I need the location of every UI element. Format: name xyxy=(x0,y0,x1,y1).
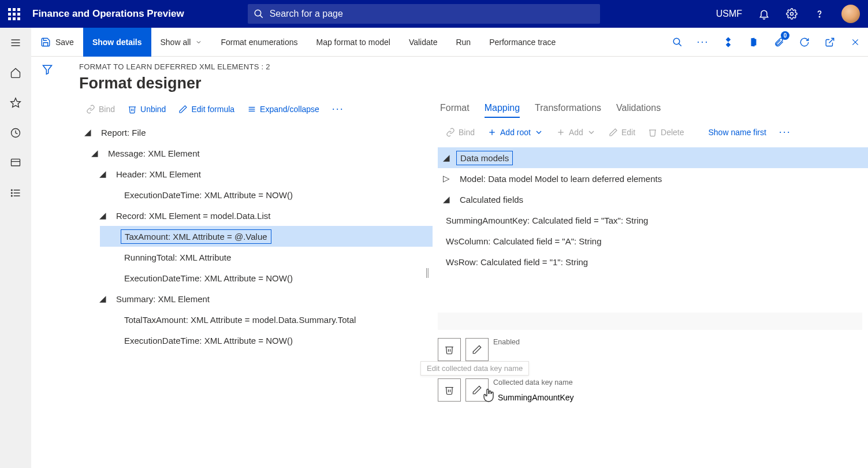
left-toolbar: Bind Unbind Edit formula Expand/collapse… xyxy=(63,101,427,120)
performance-trace-button[interactable]: Performance trace xyxy=(480,28,565,57)
attach-badge: 0 xyxy=(781,31,789,40)
expander-icon[interactable]: ◢ xyxy=(91,148,99,158)
expander-icon[interactable]: ◢ xyxy=(99,210,107,221)
edit-formula-button[interactable]: Edit formula xyxy=(173,103,240,115)
notifications-button[interactable] xyxy=(750,0,778,28)
chevron-down-icon xyxy=(587,128,596,137)
filter-icon[interactable] xyxy=(42,64,53,75)
expand-collapse-button[interactable]: Expand/collapse xyxy=(241,103,325,115)
user-avatar[interactable] xyxy=(841,5,860,23)
save-button[interactable]: Save xyxy=(31,28,83,57)
tab-validations[interactable]: Validations xyxy=(616,103,661,118)
nav-workspaces[interactable] xyxy=(0,148,31,178)
key-name-input[interactable] xyxy=(493,389,840,406)
show-details-button[interactable]: Show details xyxy=(83,28,151,57)
tree-node-header[interactable]: ◢Header: XML Element xyxy=(84,164,427,184)
show-all-button[interactable]: Show all xyxy=(151,28,212,57)
pencil-icon xyxy=(178,105,188,114)
page-content: FORMAT TO LEARN DEFERRED XML ELEMENTS : … xyxy=(63,57,868,468)
add-root-button[interactable]: Add root xyxy=(482,127,549,138)
refresh-command[interactable] xyxy=(792,28,817,57)
svg-point-16 xyxy=(12,195,13,196)
tree-node-message[interactable]: ◢Message: XML Element xyxy=(84,143,427,164)
key-name-delete-button[interactable] xyxy=(438,378,461,402)
waffle-icon xyxy=(8,8,20,20)
tree-node-summary-exec[interactable]: ◢ExecutionDateTime: XML Attribute = NOW(… xyxy=(84,330,427,351)
expander-icon[interactable]: ◢ xyxy=(442,153,450,163)
nav-home[interactable] xyxy=(0,58,31,88)
format-tree-pane: Bind Unbind Edit formula Expand/collapse… xyxy=(63,101,427,468)
pencil-icon xyxy=(472,344,482,355)
close-command[interactable] xyxy=(843,28,868,57)
map-format-to-model-button[interactable]: Map format to model xyxy=(307,28,399,57)
edit-key-name-tooltip: Edit collected data key name xyxy=(420,361,529,376)
key-name-edit-button[interactable] xyxy=(465,378,489,402)
expander-icon[interactable]: ◢ xyxy=(99,294,107,304)
tree-node-taxamount[interactable]: ◢TaxAmount: XML Attribute = @.Value xyxy=(84,226,427,247)
content-area: Save Show details Show all Format enumer… xyxy=(31,28,868,468)
expander-icon[interactable]: ◢ xyxy=(84,127,92,138)
tree-node-record[interactable]: ◢Record: XML Element = model.Data.List xyxy=(84,205,427,226)
enabled-delete-button[interactable] xyxy=(438,338,461,361)
enabled-input[interactable] xyxy=(493,348,840,366)
bell-icon xyxy=(758,8,770,20)
search-input[interactable] xyxy=(270,9,600,19)
tree-node-record-exec[interactable]: ◢ExecutionDateTime: XML Attribute = NOW(… xyxy=(84,268,427,288)
unbind-button[interactable]: Unbind xyxy=(122,103,172,115)
expander-icon[interactable]: ◢ xyxy=(442,194,450,205)
tree-node-header-exec[interactable]: ◢ExecutionDateTime: XML Attribute = NOW(… xyxy=(84,184,427,205)
settings-button[interactable] xyxy=(778,0,806,28)
tree-node-totaltax[interactable]: ◢TotalTaxAmount: XML Attribute = model.D… xyxy=(84,309,427,330)
tree-node-report[interactable]: ◢Report: File xyxy=(84,122,427,143)
right-more-button[interactable]: ··· xyxy=(773,126,797,138)
refresh-icon xyxy=(799,37,810,47)
popout-icon xyxy=(825,37,835,47)
gear-icon xyxy=(786,8,798,20)
app-launcher[interactable] xyxy=(0,0,28,28)
tree-node-summary[interactable]: ◢Summary: XML Element xyxy=(84,288,427,309)
tree-node-runningtotal[interactable]: ◢RunningTotal: XML Attribute xyxy=(84,247,427,268)
tree-node-calculated-fields[interactable]: ◢Calculated fields xyxy=(438,189,868,210)
left-more-button[interactable]: ··· xyxy=(326,103,350,115)
list-icon xyxy=(247,105,256,114)
more-command[interactable]: ··· xyxy=(690,28,716,57)
help-button[interactable] xyxy=(806,0,833,28)
attach-command[interactable]: 0 xyxy=(766,28,792,57)
popout-command[interactable] xyxy=(817,28,843,57)
tab-format[interactable]: Format xyxy=(440,103,470,118)
validate-button[interactable]: Validate xyxy=(400,28,447,57)
enabled-edit-button[interactable] xyxy=(465,338,489,361)
search-command[interactable] xyxy=(665,28,690,57)
tree-node-wscolumn[interactable]: WsColumn: Calculated field = "A": String xyxy=(438,231,868,251)
top-header: Finance and Operations Preview USMF xyxy=(0,0,868,28)
tab-transformations[interactable]: Transformations xyxy=(535,103,601,118)
expander-icon[interactable]: ▷ xyxy=(442,173,450,184)
save-label: Save xyxy=(55,38,74,47)
format-enumerations-button[interactable]: Format enumerations xyxy=(211,28,307,57)
workspace-icon xyxy=(10,157,21,169)
office-command[interactable] xyxy=(741,28,766,57)
nav-modules[interactable] xyxy=(0,178,31,208)
run-button[interactable]: Run xyxy=(446,28,480,57)
pane-splitter[interactable]: ║ xyxy=(424,268,430,277)
list-icon xyxy=(10,187,21,199)
tab-mapping[interactable]: Mapping xyxy=(485,103,520,118)
global-search[interactable] xyxy=(248,4,600,24)
pencil-icon xyxy=(472,385,482,395)
nav-favorites[interactable] xyxy=(0,88,31,118)
trash-icon xyxy=(128,105,137,114)
company-label[interactable]: USMF xyxy=(708,9,750,19)
tree-node-wsrow[interactable]: WsRow: Calculated field = "1": String xyxy=(438,251,868,272)
right-tabs: Format Mapping Transformations Validatio… xyxy=(435,101,868,124)
show-name-first-button[interactable]: Show name first xyxy=(702,127,772,138)
tree-node-summing-key[interactable]: SummingAmountKey: Calculated field = "Ta… xyxy=(438,210,868,231)
tree-node-data-models[interactable]: ◢Data models xyxy=(438,147,868,168)
expander-icon[interactable]: ◢ xyxy=(99,169,107,179)
plus-icon xyxy=(487,128,497,137)
tree-node-model[interactable]: ▷Model: Data model Model to learn deferr… xyxy=(438,168,868,189)
office-icon xyxy=(748,37,759,47)
options-command[interactable] xyxy=(716,28,741,57)
nav-hamburger[interactable] xyxy=(0,28,31,58)
nav-recent[interactable] xyxy=(0,118,31,148)
property-divider xyxy=(438,313,862,330)
